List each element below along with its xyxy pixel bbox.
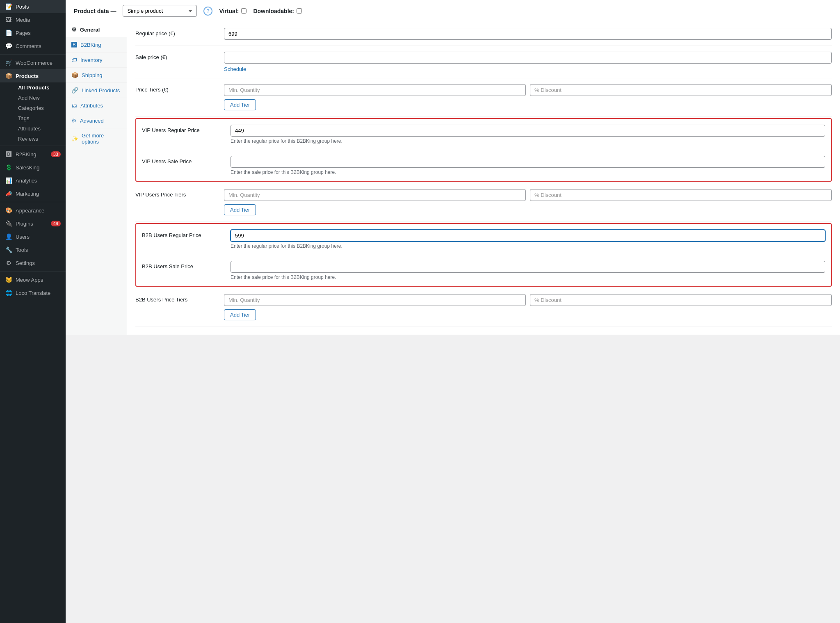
tab-b2bking[interactable]: 🅱 B2BKing [66,37,127,52]
vip-add-tier-button[interactable]: Add Tier [224,204,256,215]
posts-icon: 📝 [5,3,12,10]
tools-icon: 🔧 [5,246,12,253]
b2b-sale-price-label: B2B Users Sale Price [142,261,224,269]
sidebar-label-settings: Settings [16,260,35,266]
sidebar-item-users[interactable]: 👤 Users [0,230,66,243]
product-type-select[interactable]: Simple product Variable product Grouped … [123,5,197,17]
sidebar-item-media[interactable]: 🖼 Media [0,13,66,26]
virtual-label[interactable]: Virtual: [219,8,247,14]
plugins-icon: 🔌 [5,220,12,227]
b2bking-icon: 🅱 [5,151,12,157]
product-panel: ⚙ General 🅱 B2BKing 🏷 Inventory 📦 Shippi… [66,22,840,335]
sidebar-item-comments[interactable]: 💬 Comments [0,39,66,52]
vip-discount-input[interactable] [530,189,832,201]
sidebar-item-analytics[interactable]: 📊 Analytics [0,174,66,187]
products-icon: 📦 [5,73,12,79]
b2b-sale-price-input[interactable] [231,261,825,273]
b2b-regular-price-input[interactable] [231,230,825,242]
sidebar-label-appearance: Appearance [16,208,44,214]
sidebar-item-tags[interactable]: Tags [15,113,66,123]
meow-apps-icon: 🐱 [5,276,12,283]
tab-get-more-options[interactable]: ✨ Get more options [66,128,127,149]
sidebar-label-products: Products [16,73,39,79]
general-tab-icon: ⚙ [71,26,77,33]
tab-linked-products-label: Linked Products [82,87,120,94]
b2b-tier-inputs [224,294,832,306]
sidebar-item-settings[interactable]: ⚙ Settings [0,256,66,269]
sidebar-label-users: Users [16,234,30,240]
sidebar-item-products[interactable]: 📦 Products [0,69,66,82]
sale-price-input[interactable] [224,52,832,64]
sidebar-label-analytics: Analytics [16,178,37,184]
sidebar-item-tools[interactable]: 🔧 Tools [0,243,66,256]
add-tier-button[interactable]: Add Tier [224,99,256,110]
virtual-checkbox[interactable] [241,8,247,14]
schedule-link[interactable]: Schedule [224,66,246,72]
vip-regular-price-input[interactable] [231,125,825,137]
price-tiers-row: Price Tiers (€) Add Tier [135,78,832,116]
discount-input[interactable] [530,84,832,96]
sidebar-label-add-new: Add New [18,95,40,101]
sidebar: 📝 Posts 🖼 Media 📄 Pages 💬 Comments 🛒 Woo… [0,0,66,623]
sidebar-item-salesking[interactable]: 💲 SalesKing [0,161,66,174]
downloadable-checkbox[interactable] [297,8,302,14]
vip-tier-inputs [224,189,832,201]
vip-sale-price-label: VIP Users Sale Price [142,156,224,164]
sidebar-item-marketing[interactable]: 📣 Marketing [0,187,66,200]
vip-sale-price-input[interactable] [231,156,825,168]
attributes-tab-icon: 🗂 [71,102,77,109]
sidebar-item-reviews[interactable]: Reviews [15,134,66,144]
vip-min-quantity-input[interactable] [224,189,526,201]
sidebar-item-woocommerce[interactable]: 🛒 WooCommerce [0,56,66,69]
b2b-discount-input[interactable] [530,294,832,306]
vip-sale-price-control: Enter the sale price for this B2BKing gr… [231,156,825,175]
b2b-sale-price-row: B2B Users Sale Price Enter the sale pric… [136,255,831,286]
appearance-icon: 🎨 [5,207,12,214]
sidebar-item-add-new[interactable]: Add New [15,93,66,103]
b2b-add-tier-button[interactable]: Add Tier [224,309,256,320]
sidebar-label-meow-apps: Meow Apps [16,277,43,283]
downloadable-label[interactable]: Downloadable: [253,8,302,14]
sidebar-item-attributes[interactable]: Attributes [15,123,66,134]
min-quantity-input[interactable] [224,84,526,96]
tab-general[interactable]: ⚙ General [66,22,127,37]
sidebar-item-b2bking[interactable]: 🅱 B2BKing 33 [0,148,66,161]
sidebar-item-all-products[interactable]: All Products [15,82,66,93]
pages-icon: 📄 [5,30,12,36]
sidebar-label-categories: Categories [18,105,44,111]
sidebar-item-categories[interactable]: Categories [15,103,66,113]
tab-shipping[interactable]: 📦 Shipping [66,68,127,83]
sidebar-item-meow-apps[interactable]: 🐱 Meow Apps [0,273,66,286]
tab-attributes[interactable]: 🗂 Attributes [66,98,127,113]
vip-price-tiers-row: VIP Users Price Tiers Add Tier [135,183,832,221]
sidebar-item-plugins[interactable]: 🔌 Plugins 49 [0,217,66,230]
vip-regular-price-row: VIP Users Regular Price Enter the regula… [136,119,831,150]
regular-price-input[interactable] [224,28,832,40]
tab-advanced-label: Advanced [80,118,104,124]
b2b-min-quantity-input[interactable] [224,294,526,306]
sidebar-label-tags: Tags [18,115,29,121]
sale-price-row: Sale price (€) Schedule [135,46,832,78]
virtual-downloadable: Virtual: Downloadable: [219,8,302,14]
sidebar-label-posts: Posts [16,4,29,10]
tab-advanced[interactable]: ⚙ Advanced [66,113,127,128]
plugins-badge: 49 [51,221,61,226]
shipping-tab-icon: 📦 [71,72,78,78]
sidebar-label-tools: Tools [16,247,28,253]
help-icon[interactable]: ? [203,7,212,16]
b2b-regular-price-control: Enter the regular price for this B2BKing… [231,230,825,249]
users-icon: 👤 [5,233,12,240]
sidebar-item-appearance[interactable]: 🎨 Appearance [0,204,66,217]
sidebar-label-media: Media [16,17,30,23]
b2b-regular-price-label: B2B Users Regular Price [142,230,224,238]
b2b-sale-price-control: Enter the sale price for this B2BKing gr… [231,261,825,280]
sidebar-item-pages[interactable]: 📄 Pages [0,26,66,39]
tab-inventory[interactable]: 🏷 Inventory [66,52,127,68]
sidebar-item-loco-translate[interactable]: 🌐 Loco Translate [0,286,66,299]
tab-linked-products[interactable]: 🔗 Linked Products [66,83,127,98]
sidebar-item-posts[interactable]: 📝 Posts [0,0,66,13]
sidebar-label-salesking: SalesKing [16,164,40,171]
sidebar-label-plugins: Plugins [16,221,33,227]
b2b-users-group-box: B2B Users Regular Price Enter the regula… [135,223,832,287]
salesking-icon: 💲 [5,164,12,171]
